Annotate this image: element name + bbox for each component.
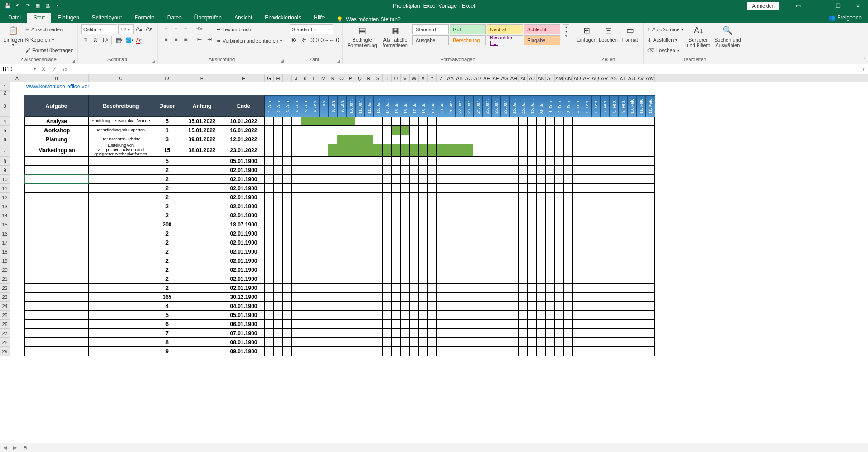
insert-cells-icon: ⊞ — [581, 25, 592, 36]
insert-cells-button[interactable]: ⊞Einfügen — [577, 24, 596, 43]
cut-button[interactable]: ✂Ausschneiden — [25, 24, 73, 34]
wrap-icon: ↩ — [217, 27, 221, 33]
format-as-table-button[interactable]: ▦Als Tabelle formatieren — [381, 24, 410, 48]
clear-button[interactable]: ⌫Löschen▾ — [647, 45, 683, 55]
increase-indent-icon[interactable]: ⇥ — [205, 35, 214, 44]
italic-icon[interactable]: K — [91, 36, 100, 45]
number-launcher[interactable]: ◢ — [337, 58, 340, 63]
tab-review[interactable]: Überprüfen — [188, 13, 228, 23]
collapse-ribbon-icon[interactable]: ˆ — [864, 58, 865, 63]
tab-layout[interactable]: Seitenlayout — [86, 13, 128, 23]
tab-developer[interactable]: Entwicklertools — [258, 13, 307, 23]
autosum-button[interactable]: ΣAutoSumme▾ — [647, 24, 683, 34]
enter-formula-icon[interactable]: ✓ — [49, 66, 60, 72]
clipboard-launcher[interactable]: ◢ — [72, 58, 75, 63]
styles-down-icon[interactable]: ▾ — [563, 29, 569, 34]
tab-home[interactable]: Start — [27, 13, 51, 23]
align-top-icon[interactable]: ≡ — [161, 24, 170, 34]
style-neutral[interactable]: Neutral — [487, 24, 523, 34]
group-clipboard: 📋 Einfügen ▾ ✂Ausschneiden ⎘Kopieren▾ 🖌F… — [0, 23, 78, 64]
save-icon[interactable]: 💾 — [4, 2, 12, 10]
copy-button[interactable]: ⎘Kopieren▾ — [25, 35, 73, 45]
underline-icon[interactable]: U▾ — [101, 36, 110, 45]
tab-insert[interactable]: Einfügen — [51, 13, 85, 23]
minimize-icon[interactable]: — — [808, 0, 828, 11]
font-launcher[interactable]: ◢ — [152, 58, 155, 63]
font-size-combo[interactable]: 12▾ — [118, 24, 134, 34]
redo-icon[interactable]: ↷ — [24, 2, 32, 10]
table-icon: ▦ — [390, 25, 401, 36]
cancel-formula-icon[interactable]: ✕ — [38, 66, 49, 72]
bold-icon[interactable]: F — [81, 36, 90, 45]
percent-icon[interactable]: % — [300, 36, 309, 45]
format-painter-button[interactable]: 🖌Format übertragen — [25, 45, 73, 55]
maximize-icon[interactable]: ❐ — [828, 0, 848, 11]
font-color-icon[interactable]: A▾ — [135, 36, 144, 45]
align-launcher[interactable]: ◢ — [281, 58, 284, 63]
tab-data[interactable]: Daten — [161, 13, 188, 23]
share-button[interactable]: 👥Freigeben — [822, 13, 868, 23]
tab-formulas[interactable]: Formeln — [128, 13, 161, 23]
style-besucht[interactable]: Besuchter H... — [487, 35, 523, 45]
wrap-text-button[interactable]: ↩Textumbruch — [217, 24, 282, 34]
align-bottom-icon[interactable]: ≡ — [181, 24, 190, 34]
format-cells-button[interactable]: ▭Format — [621, 24, 640, 43]
font-family-combo[interactable]: Calibri▾ — [81, 24, 117, 34]
scissors-icon: ✂ — [25, 27, 29, 33]
align-middle-icon[interactable]: ≡ — [171, 24, 180, 34]
align-center-icon[interactable]: ≡ — [171, 35, 180, 44]
ribbon-options-icon[interactable]: ▭ — [788, 0, 808, 11]
qat-icon1[interactable]: ▦ — [34, 2, 42, 10]
qat-icon2[interactable]: 🖶 — [44, 2, 52, 10]
decrease-decimal-icon[interactable]: ←.0 — [330, 36, 339, 45]
align-left-icon[interactable]: ≡ — [161, 35, 170, 44]
style-ausgabe[interactable]: Ausgabe — [412, 35, 449, 45]
qat-custom[interactable]: ▾ — [53, 2, 62, 10]
tab-view[interactable]: Ansicht — [228, 13, 258, 23]
style-schlecht[interactable]: Schlecht — [524, 24, 560, 34]
number-format-combo[interactable]: Standard▾ — [290, 24, 333, 34]
thousands-icon[interactable]: 000 — [310, 36, 319, 45]
style-berechnung[interactable]: Berechnung — [450, 35, 486, 45]
search-icon: 🔍 — [722, 25, 733, 36]
currency-icon[interactable]: €▾ — [290, 36, 299, 45]
find-select-button[interactable]: 🔍Suchen und Auswählen — [714, 24, 741, 48]
tab-file[interactable]: Datei — [2, 13, 27, 23]
fill-color-icon[interactable]: 🪣▾ — [125, 36, 134, 45]
format-cells-icon: ▭ — [625, 25, 635, 36]
expand-formula-bar-icon[interactable]: ▾ — [859, 64, 868, 74]
orientation-icon[interactable]: ⟲▾ — [195, 24, 204, 34]
fx-icon[interactable]: fx — [60, 66, 71, 72]
style-gut[interactable]: Gut — [450, 24, 486, 34]
styles-up-icon[interactable]: ▴ — [563, 25, 569, 29]
chevron-down-icon: ▾ — [314, 28, 316, 32]
sort-filter-button[interactable]: A↓Sortieren und Filtern — [686, 24, 711, 48]
increase-decimal-icon[interactable]: .0→ — [320, 36, 329, 45]
formula-input[interactable] — [71, 64, 859, 74]
style-eingabe[interactable]: Eingabe — [524, 35, 560, 45]
group-cells: ⊞Einfügen ⊟Löschen ▭Format Zellen — [573, 23, 644, 64]
undo-icon[interactable]: ↶ — [14, 2, 22, 10]
decrease-font-icon[interactable]: A▾ — [145, 24, 154, 34]
name-box[interactable]: B10▾ — [0, 64, 38, 74]
formula-bar: B10▾ ✕ ✓ fx ▾ — [0, 64, 868, 74]
border-icon[interactable]: ▦▾ — [115, 36, 124, 45]
conditional-formatting-button[interactable]: ▤Bedingte Formatierung — [346, 24, 378, 48]
tell-me[interactable]: 💡Was möchten Sie tun? — [331, 16, 406, 23]
ribbon: 📋 Einfügen ▾ ✂Ausschneiden ⎘Kopieren▾ 🖌F… — [0, 23, 868, 64]
fill-button[interactable]: ↧Ausfüllen▾ — [647, 35, 683, 45]
delete-cells-button[interactable]: ⊟Löschen — [599, 24, 618, 43]
signin-button[interactable]: Anmelden — [747, 2, 779, 10]
tab-help[interactable]: Hilfe — [307, 13, 331, 23]
merge-button[interactable]: ⬌Verbinden und zentrieren▾ — [217, 36, 282, 46]
style-standard[interactable]: Standard — [412, 24, 449, 34]
align-right-icon[interactable]: ≡ — [181, 35, 190, 44]
increase-font-icon[interactable]: A▴ — [135, 24, 144, 34]
share-icon: 👥 — [829, 14, 835, 21]
paste-button[interactable]: 📋 Einfügen ▾ — [4, 24, 23, 48]
close-icon[interactable]: ✕ — [848, 0, 868, 11]
ribbon-tabs: Datei Start Einfügen Seitenlayout Formel… — [0, 11, 868, 23]
fill-down-icon: ↧ — [647, 37, 651, 43]
decrease-indent-icon[interactable]: ⇤ — [195, 35, 204, 44]
styles-more-icon[interactable]: ▿ — [563, 34, 569, 38]
